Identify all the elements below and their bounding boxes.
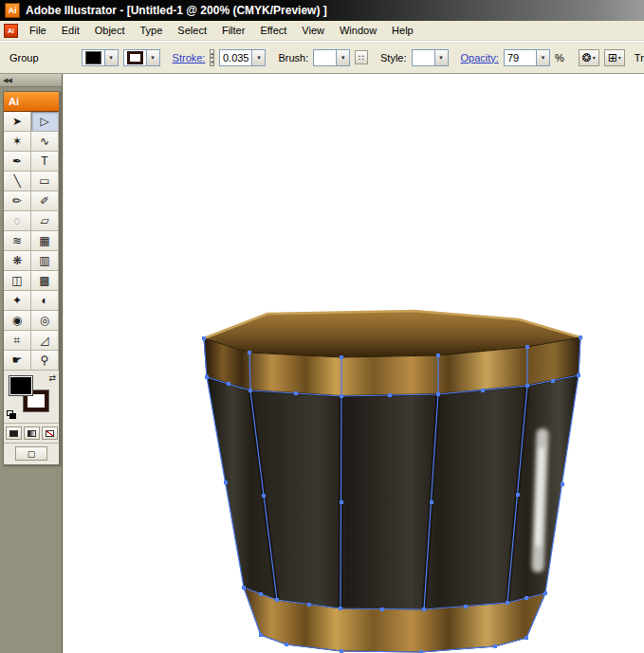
warp-tool[interactable]: ≋ — [4, 231, 31, 251]
toolbox-header[interactable]: Ai — [4, 92, 59, 112]
recolor-dropdown-icon[interactable]: ▾ — [593, 54, 596, 61]
fill-swatch[interactable] — [9, 375, 33, 396]
rotate-tool[interactable]: ◌ — [4, 211, 31, 231]
default-fill-stroke-icon[interactable] — [7, 410, 18, 420]
recolor-artwork-button[interactable]: ❂ ▾ — [579, 49, 599, 66]
lasso-tool[interactable]: ∿ — [31, 132, 59, 152]
menu-window[interactable]: Window — [333, 23, 383, 38]
opacity-dropdown-icon[interactable]: ▾ — [536, 49, 550, 66]
none-mode-button[interactable] — [42, 426, 58, 440]
graph-tool[interactable]: ▥ — [31, 251, 59, 271]
align-icon: ⊞ — [608, 51, 617, 64]
context-label: Group — [9, 52, 39, 63]
blend-tool[interactable]: ◐ — [31, 291, 59, 311]
title-bar[interactable]: Ai Adobe Illustrator - [Untitled-1 @ 200… — [0, 0, 644, 21]
style-value[interactable] — [412, 49, 434, 66]
percent-label: % — [555, 52, 564, 63]
artboard-canvas[interactable] — [64, 74, 644, 653]
style-label: Style: — [380, 52, 407, 63]
color-mode-button[interactable] — [6, 426, 22, 440]
screen-mode-icon: ▢ — [28, 449, 36, 459]
symbol-sprayer-tool[interactable]: ❋ — [4, 251, 31, 271]
menu-bar: Ai File Edit Object Type Select Filter E… — [0, 21, 644, 41]
selection-tool[interactable]: ➤ — [4, 112, 31, 132]
stroke-weight-value[interactable]: 0.035 — [219, 49, 252, 66]
mesh-tool[interactable]: ◫ — [4, 271, 31, 291]
stroke-label[interactable]: Stroke: — [173, 52, 206, 63]
workspace: ◀◀ Ai ➤ ▷ ✶ ∿ ✒ T ╲ ▭ ✏ ✐ ◌ ▱ ≋ ▦ ❋ ▥ ◫ — [0, 74, 644, 653]
collapse-arrows-icon: ◀◀ — [3, 77, 11, 84]
menu-type[interactable]: Type — [134, 23, 170, 38]
tool-dock: ◀◀ Ai ➤ ▷ ✶ ∿ ✒ T ╲ ▭ ✏ ✐ ◌ ▱ ≋ ▦ ❋ ▥ ◫ — [0, 74, 63, 653]
menu-effect[interactable]: Effect — [253, 23, 293, 38]
gradient-tool[interactable]: ▩ — [31, 271, 59, 291]
color-icon — [9, 430, 18, 437]
fill-color-combo[interactable]: ▾ — [82, 49, 119, 66]
control-bar: Group ▾ ▾ Stroke: ▴ ▾ 0.035 ▾ Brush: ▾ ∷… — [0, 41, 644, 74]
rectangle-tool[interactable]: ▭ — [31, 172, 59, 191]
type-tool[interactable]: T — [31, 152, 59, 172]
line-segment-tool[interactable]: ╲ — [4, 172, 31, 191]
align-button[interactable]: ⊞ ▾ — [604, 49, 625, 66]
toolbox-palette: Ai ➤ ▷ ✶ ∿ ✒ T ╲ ▭ ✏ ✐ ◌ ▱ ≋ ▦ ❋ ▥ ◫ ▩ ✦ — [3, 91, 60, 465]
spin-down-icon[interactable]: ▾ — [210, 58, 214, 66]
menu-object[interactable]: Object — [88, 23, 132, 38]
pen-tool[interactable]: ✒ — [4, 152, 31, 172]
swap-fill-stroke-icon[interactable]: ⇄ — [48, 373, 56, 383]
menu-select[interactable]: Select — [171, 23, 213, 38]
opacity-combo[interactable]: 79 ▾ — [504, 49, 550, 66]
style-dropdown-icon[interactable]: ▾ — [434, 49, 449, 66]
paintbrush-tool[interactable]: ✏ — [4, 191, 31, 211]
scale-tool[interactable]: ▱ — [31, 211, 59, 231]
recolor-artwork-icon: ❂ — [582, 51, 592, 64]
style-combo[interactable]: ▾ — [412, 49, 449, 66]
stroke-color-dropdown-icon[interactable]: ▾ — [146, 49, 160, 66]
none-icon — [46, 430, 54, 437]
fill-color-dropdown-icon[interactable]: ▾ — [104, 49, 119, 66]
menu-file[interactable]: File — [23, 23, 53, 38]
stroke-color-swatch — [127, 51, 143, 64]
spin-up-icon[interactable]: ▴ — [210, 49, 214, 58]
stroke-weight-combo[interactable]: 0.035 ▾ — [219, 49, 267, 66]
stroke-color-combo[interactable]: ▾ — [123, 49, 160, 66]
gradient-mode-button[interactable] — [24, 426, 40, 440]
pencil-tool[interactable]: ✐ — [31, 191, 59, 211]
artwork-bucket[interactable] — [64, 74, 644, 653]
brush-label: Brush: — [278, 52, 308, 63]
opacity-label[interactable]: Opacity: — [461, 52, 499, 63]
align-dropdown-icon[interactable]: ▾ — [618, 54, 621, 61]
default-stroke-mini — [9, 413, 16, 419]
menu-help[interactable]: Help — [385, 23, 420, 38]
eyedropper-tool[interactable]: ✦ — [4, 291, 31, 311]
eraser-tool[interactable]: ◿ — [31, 331, 59, 351]
screen-mode-row: ▢ — [4, 444, 59, 464]
free-transform-tool[interactable]: ▦ — [31, 231, 59, 251]
brush-options-icon[interactable]: ∷ — [355, 50, 368, 64]
menu-edit[interactable]: Edit — [55, 23, 86, 38]
live-paint-bucket-tool[interactable]: ◉ — [4, 311, 31, 331]
stroke-weight-stepper[interactable]: ▴ ▾ — [210, 49, 214, 66]
direct-selection-tool[interactable]: ▷ — [31, 112, 59, 132]
brush-value[interactable] — [313, 49, 336, 66]
magic-wand-tool[interactable]: ✶ — [4, 132, 31, 152]
menu-view[interactable]: View — [295, 23, 331, 38]
hand-tool[interactable]: ☛ — [4, 351, 31, 371]
fill-color-swatch — [85, 51, 101, 64]
transform-label-truncated: Tr — [635, 52, 644, 63]
tool-grid: ➤ ▷ ✶ ∿ ✒ T ╲ ▭ ✏ ✐ ◌ ▱ ≋ ▦ ❋ ▥ ◫ ▩ ✦ ◐ — [4, 112, 59, 371]
window-title: Adobe Illustrator - [Untitled-1 @ 200% (… — [26, 4, 327, 17]
brush-dropdown-icon[interactable]: ▾ — [336, 49, 350, 66]
stroke-weight-dropdown-icon[interactable]: ▾ — [251, 49, 266, 66]
opacity-value[interactable]: 79 — [504, 49, 536, 66]
document-icon[interactable]: Ai — [4, 24, 18, 38]
color-mode-row — [4, 424, 59, 444]
crop-area-tool[interactable]: ⌗ — [4, 331, 31, 351]
screen-mode-button[interactable]: ▢ — [15, 446, 47, 461]
gradient-icon — [28, 430, 36, 437]
live-paint-selection-tool[interactable]: ◎ — [31, 311, 59, 331]
zoom-tool[interactable]: ⚲ — [31, 351, 59, 371]
dock-collapse-bar[interactable]: ◀◀ — [0, 74, 62, 87]
menu-filter[interactable]: Filter — [215, 23, 251, 38]
brush-combo[interactable]: ▾ — [313, 49, 350, 66]
fill-stroke-area: ⇄ — [4, 371, 59, 424]
